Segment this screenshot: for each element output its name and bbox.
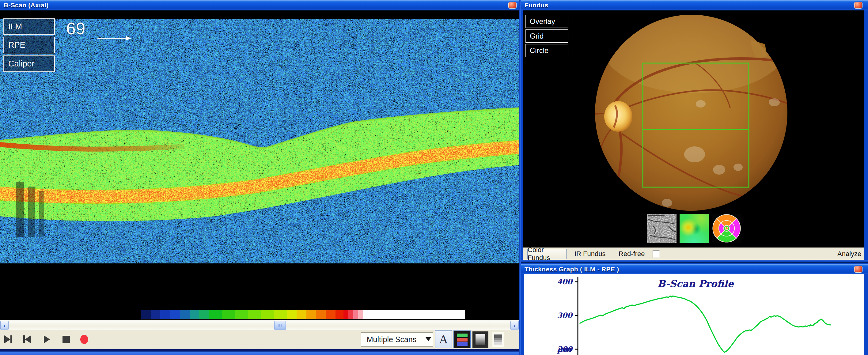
tab-color-fundus[interactable]: Color Fundus (527, 249, 566, 259)
thickness-window-title: Thickness Graph ( ILM - RPE ) (525, 265, 619, 273)
tab-ir-fundus[interactable]: IR Fundus (575, 248, 606, 260)
fundus-tabstrip: Color Fundus IR Fundus Red-free Analyze (523, 248, 864, 260)
close-button[interactable] (854, 2, 863, 8)
svg-text:300: 300 (557, 311, 573, 320)
fundus-photo (523, 10, 864, 248)
grayscale-mode-button[interactable] (472, 331, 488, 348)
rpe-button[interactable]: RPE (3, 37, 55, 53)
ilm-button-label: ILM (8, 22, 22, 32)
thickness-chart-area: 400300200µmB-Scan Profile (524, 274, 864, 355)
bscan-profile-chart: 400300200µmB-Scan Profile (524, 274, 864, 355)
window-edge (521, 260, 868, 262)
caliper-button[interactable]: Caliper (3, 56, 55, 72)
svg-text:µm: µm (557, 345, 571, 354)
close-button[interactable] (508, 2, 517, 8)
svg-text:400: 400 (557, 277, 573, 286)
scrollbar-thumb[interactable] (274, 321, 286, 330)
rpe-button-label: RPE (8, 40, 25, 50)
overlay-button-label: Overlay (530, 17, 555, 26)
scan-mode-dropdown[interactable]: Multiple Scans (361, 332, 433, 347)
bscan-titlebar[interactable]: B-Scan (Axial) (0, 0, 521, 10)
scroll-left-button[interactable]: ‹ (0, 321, 8, 330)
thickness-map-thumbnail[interactable] (680, 214, 709, 243)
analyze-button[interactable]: Analyze (837, 248, 861, 260)
grid-button[interactable]: Grid (525, 29, 568, 43)
annotation-text-button[interactable]: A (435, 330, 452, 348)
svg-text:B-Scan Profile: B-Scan Profile (657, 278, 735, 289)
inverse-grayscale-button[interactable] (492, 332, 504, 347)
overlay-button[interactable]: Overlay (525, 15, 568, 28)
grid-button-label: Grid (530, 32, 544, 40)
record-button[interactable] (78, 333, 90, 346)
circle-button-label: Circle (530, 46, 549, 55)
bscan-horizontal-scrollbar[interactable]: ‹ › (0, 320, 519, 330)
close-button[interactable] (854, 266, 863, 272)
oct-scan-image (0, 10, 519, 320)
vessel-map-thumbnail[interactable] (647, 214, 677, 243)
bscan-window-title: B-Scan (Axial) (4, 2, 49, 9)
dropdown-arrow-icon[interactable] (426, 337, 431, 341)
scroll-right-button[interactable]: › (510, 321, 519, 330)
scan-index-label: 69 (66, 19, 85, 38)
thickness-titlebar[interactable]: Thickness Graph ( ILM - RPE ) (521, 264, 868, 274)
fundus-image-area[interactable]: Overlay Grid Circle (523, 10, 864, 248)
thickness-graph-window: Thickness Graph ( ILM - RPE ) 400300200µ… (521, 262, 868, 355)
color-mode-button[interactable] (454, 330, 471, 348)
caliper-button-label: Caliper (8, 59, 35, 69)
stop-button[interactable] (60, 333, 72, 346)
ilm-button[interactable]: ILM (3, 19, 55, 35)
etdrs-grid-thumbnail[interactable] (712, 214, 741, 243)
play-button[interactable] (41, 333, 53, 346)
fundus-window: Fundus (521, 0, 868, 262)
circle-button[interactable]: Circle (525, 44, 568, 57)
scan-direction-arrow-icon (97, 35, 132, 41)
skip-to-start-button[interactable] (21, 333, 33, 346)
lower-window-edge (0, 349, 519, 355)
bscan-window: B-Scan (Axial) (0, 0, 521, 355)
bscan-image-area[interactable]: ILM RPE Caliper 69 (0, 10, 519, 320)
scan-mode-value: Multiple Scans (361, 333, 422, 347)
skip-to-end-button[interactable] (2, 333, 14, 346)
red-free-checkbox[interactable] (653, 250, 660, 258)
tab-red-free[interactable]: Red-free (619, 248, 645, 260)
fundus-window-title: Fundus (525, 2, 549, 9)
intensity-colorbar (141, 310, 465, 319)
fundus-titlebar[interactable]: Fundus (521, 0, 868, 10)
bscan-toolbar: Multiple Scans A (0, 330, 519, 349)
